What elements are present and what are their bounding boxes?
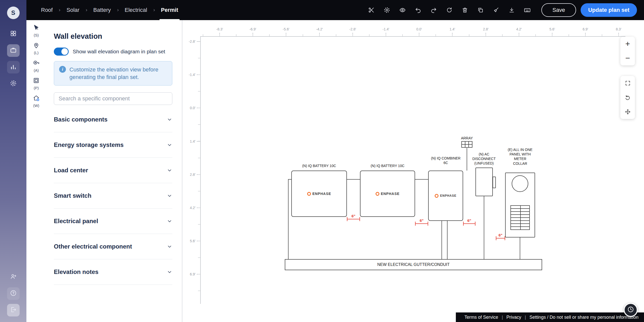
privacy-link[interactable]: Privacy	[506, 315, 521, 320]
breadcrumb: Roof Solar Battery Electrical Permit	[39, 0, 180, 20]
logout-icon	[10, 306, 17, 314]
sidebar-item-dashboard[interactable]	[7, 28, 20, 40]
keyboard-shortcuts-icon[interactable]	[522, 5, 533, 16]
view-card	[620, 76, 635, 119]
tool-walls-label: (W)	[33, 103, 39, 108]
tool-panels[interactable]: (P)	[33, 77, 40, 90]
zoom-out-button[interactable]: −	[620, 51, 635, 65]
section-electrical-panel[interactable]: Electrical panel	[54, 209, 172, 234]
download-icon[interactable]	[506, 5, 517, 16]
privacy-settings-link[interactable]: Settings / Do not sell or share my perso…	[530, 315, 638, 320]
duplicate-icon[interactable]	[475, 5, 486, 16]
fit-screen-button[interactable]	[620, 76, 635, 90]
tool-location[interactable]: (L)	[33, 42, 40, 55]
settings-gear-icon[interactable]	[381, 5, 392, 16]
toggle-knob	[61, 48, 68, 55]
ac-disconnect[interactable]	[475, 168, 493, 196]
ruler-y-label: 6.9'	[184, 272, 195, 276]
enphase-wordmark: ENPHASE	[440, 194, 456, 197]
clean-broom-icon[interactable]	[491, 5, 502, 16]
avatar[interactable]: S	[7, 7, 20, 19]
breadcrumb-solar[interactable]: Solar	[65, 0, 81, 20]
breadcrumb-battery[interactable]: Battery	[92, 0, 112, 20]
rotate-icon[interactable]	[444, 5, 455, 16]
update-plan-set-button[interactable]: Update plan set	[581, 3, 637, 17]
section-elevation-notes[interactable]: Elevation notes	[54, 259, 172, 285]
preview-eye-icon[interactable]	[397, 5, 408, 16]
breadcrumb-permit[interactable]: Permit	[159, 0, 180, 20]
info-icon: i	[59, 66, 66, 73]
terms-of-service-link[interactable]: Terms of Service	[464, 315, 498, 320]
house-plus-icon	[33, 95, 40, 103]
sidebar-item-settings[interactable]	[7, 77, 20, 90]
pv-array-icon	[461, 141, 472, 148]
info-banner: i Customize the elevation view before ge…	[54, 61, 172, 86]
dimension-label: 6"	[351, 214, 355, 218]
sidebar-item-help[interactable]	[7, 287, 20, 300]
tool-select-label: (S)	[34, 33, 39, 37]
electrical-gutter[interactable]: NEW ELECTRICAL GUTTER/CONDUIT	[285, 259, 542, 270]
conduit-wire	[347, 179, 360, 180]
conduit-wire	[288, 179, 289, 259]
breadcrumb-electrical[interactable]: Electrical	[123, 0, 149, 20]
chevron-right-icon	[58, 8, 61, 12]
chevron-down-icon	[167, 117, 172, 122]
trash-icon[interactable]	[459, 5, 470, 16]
meter-collar-circle	[512, 175, 528, 192]
ruler-x-label: -2.8'	[349, 27, 356, 31]
iq-battery-2[interactable]: ENPHASE	[360, 171, 415, 217]
sidebar-item-invite-user[interactable]	[7, 271, 20, 283]
topbar-actions: Save Update plan set	[366, 3, 637, 17]
iq-battery-1[interactable]: ENPHASE	[291, 171, 347, 217]
sidebar-item-projects[interactable]	[7, 44, 20, 57]
ruler-y-label: 1.4'	[184, 139, 195, 143]
enphase-wordmark: ENPHASE	[381, 192, 400, 196]
section-energy-storage[interactable]: Energy storage systems	[54, 132, 172, 158]
tool-select[interactable]: (S)	[33, 24, 40, 37]
section-basic-components[interactable]: Basic components	[54, 107, 172, 132]
ruler-y-label: -1.4'	[184, 73, 195, 77]
info-text: Customize the elevation view before gene…	[69, 66, 167, 81]
help-icon	[10, 290, 17, 298]
sidebar-bottom	[7, 271, 20, 316]
sidebar-nav	[7, 28, 20, 90]
section-smart-switch[interactable]: Smart switch	[54, 183, 172, 209]
chevron-down-icon	[167, 269, 172, 275]
section-load-center[interactable]: Load center	[54, 158, 172, 183]
pan-button[interactable]	[620, 105, 635, 119]
undo-icon[interactable]	[413, 5, 424, 16]
tool-walls[interactable]: (W)	[33, 95, 40, 108]
page-title: Wall elevation	[54, 32, 172, 41]
main-column: Roof Solar Battery Electrical Permit	[26, 0, 644, 322]
reset-view-button[interactable]	[620, 90, 635, 105]
ruler-x-label: -6.9'	[250, 27, 256, 31]
dimension-label: 6"	[467, 218, 471, 223]
dimension-marker: 6"	[415, 218, 428, 224]
chevron-down-icon	[167, 193, 172, 198]
conduit-wire	[447, 221, 448, 259]
sidebar-item-logout[interactable]	[7, 304, 20, 316]
version-history-button[interactable]	[624, 303, 638, 317]
breadcrumb-roof[interactable]: Roof	[39, 0, 54, 20]
component-sections: Basic components Energy storage systems …	[54, 107, 172, 285]
enphase-logo: ENPHASE	[376, 192, 400, 196]
wall-elevation-toggle[interactable]	[54, 48, 69, 56]
cut-icon[interactable]	[366, 5, 377, 16]
redo-icon[interactable]	[428, 5, 439, 16]
iq-combiner[interactable]: ENPHASE	[428, 171, 463, 221]
sidebar-item-reports[interactable]	[7, 61, 20, 73]
ruler-y-label: 2.8'	[184, 173, 195, 177]
footer-legal-bar: Terms of Service | Privacy | Settings / …	[456, 312, 644, 322]
chevron-down-icon	[167, 168, 172, 173]
search-input[interactable]	[54, 92, 172, 105]
ruler-y-label: 5.6'	[184, 239, 195, 243]
tool-panels-label: (P)	[34, 86, 39, 90]
save-button[interactable]: Save	[541, 3, 576, 17]
elevation-canvas[interactable]: -8.3' -6.9' -5.6' -4.2' -2.8' -1.4' 0.0'…	[182, 20, 644, 322]
tool-annotate[interactable]: (A)	[33, 59, 40, 72]
chevron-right-icon	[152, 8, 156, 12]
section-other-electrical[interactable]: Other electrical component	[54, 234, 172, 259]
enphase-logo: ENPHASE	[435, 194, 456, 198]
zoom-in-button[interactable]: +	[620, 37, 635, 51]
main-panel-label: (E) ALL IN ONE PANEL WITH METER COLLAR	[505, 147, 535, 166]
